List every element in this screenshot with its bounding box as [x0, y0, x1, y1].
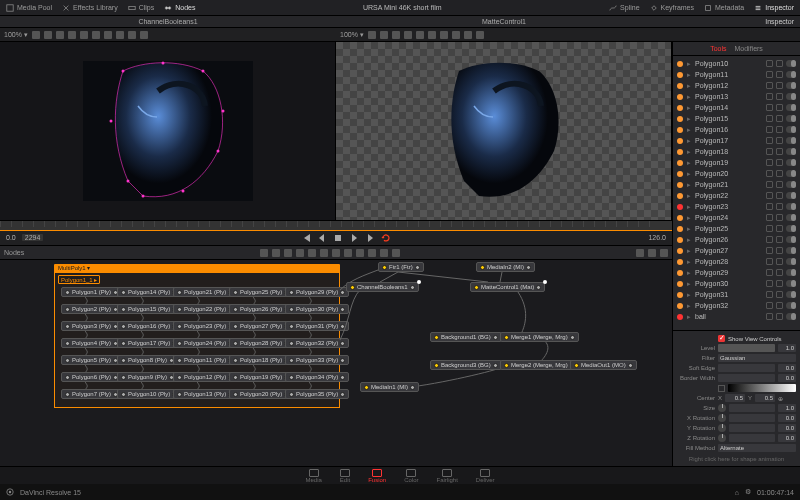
node-mi1[interactable]: MediaIn1 (MI)	[360, 382, 419, 392]
stop-icon[interactable]	[333, 233, 343, 243]
node-port[interactable]	[177, 341, 182, 346]
node-port[interactable]	[289, 392, 294, 397]
node-input-port[interactable]	[434, 363, 439, 368]
polygon-node[interactable]: Polygon19 (Ply)	[229, 372, 293, 382]
reset-icon[interactable]	[776, 280, 783, 287]
keyframe-toggle-icon[interactable]	[766, 269, 773, 276]
polygon-node[interactable]: Polygon1 (Ply)	[61, 287, 122, 297]
expand-icon[interactable]: ▸	[686, 82, 692, 90]
expand-icon[interactable]: ▸	[686, 192, 692, 200]
keyframe-toggle-icon[interactable]	[766, 214, 773, 221]
polygon-node[interactable]: Polygon35 (Ply)	[285, 389, 349, 399]
gear-icon[interactable]: ⚙	[745, 488, 751, 496]
enable-toggle[interactable]	[786, 291, 796, 298]
polygon-node[interactable]: Polygon16 (Ply)	[117, 321, 181, 331]
reset-icon[interactable]	[776, 159, 783, 166]
keyframe-toggle-icon[interactable]	[766, 291, 773, 298]
polygon-node[interactable]: Polygon4 (Ply)	[61, 338, 122, 348]
keyframe-toggle-icon[interactable]	[766, 170, 773, 177]
reset-icon[interactable]	[776, 225, 783, 232]
expand-icon[interactable]: ▸	[686, 313, 692, 321]
reset-icon[interactable]	[776, 192, 783, 199]
inspector-item[interactable]: ▸Polygon28	[673, 256, 800, 267]
node-tool-icon[interactable]	[344, 249, 352, 257]
polygon-node[interactable]: Polygon22 (Ply)	[173, 304, 237, 314]
viewer-tool-icon[interactable]	[476, 31, 484, 39]
polygon-node[interactable]: Polygon33 (Ply)	[285, 355, 349, 365]
enable-toggle[interactable]	[786, 137, 796, 144]
reset-icon[interactable]	[776, 291, 783, 298]
inspector-item[interactable]: ▸Polygon16	[673, 124, 800, 135]
node-port[interactable]	[340, 307, 345, 312]
node-output-port[interactable]	[493, 335, 498, 340]
node-input-port[interactable]	[574, 363, 579, 368]
reset-icon[interactable]	[776, 126, 783, 133]
node-tool-icon[interactable]	[648, 249, 656, 257]
node-output-port[interactable]	[410, 285, 415, 290]
viewer-tool-icon[interactable]	[368, 31, 376, 39]
node-tool-icon[interactable]	[356, 249, 364, 257]
inspector-tab-modifiers[interactable]: Modifiers	[734, 45, 762, 52]
node-port[interactable]	[65, 341, 70, 346]
enable-toggle[interactable]	[786, 192, 796, 199]
go-start-icon[interactable]	[301, 233, 311, 243]
expand-icon[interactable]: ▸	[686, 280, 692, 288]
polygon-node[interactable]: Polygon24 (Ply)	[173, 338, 237, 348]
node-port[interactable]	[340, 392, 345, 397]
node-tool-icon[interactable]	[636, 249, 644, 257]
node-port[interactable]	[340, 341, 345, 346]
node-port[interactable]	[177, 324, 182, 329]
node-port[interactable]	[340, 324, 345, 329]
inspector-item[interactable]: ▸Polygon13	[673, 91, 800, 102]
expand-icon[interactable]: ▸	[686, 181, 692, 189]
enable-toggle[interactable]	[786, 280, 796, 287]
tab-metadata[interactable]: Metadata	[704, 4, 744, 12]
expand-icon[interactable]: ▸	[686, 214, 692, 222]
polygon-node[interactable]: Polygon20 (Ply)	[229, 389, 293, 399]
node-mi2[interactable]: MediaIn2 (MI)	[476, 262, 535, 272]
reset-icon[interactable]	[776, 60, 783, 67]
viewer-tool-icon[interactable]	[80, 31, 88, 39]
expand-icon[interactable]: ▸	[686, 225, 692, 233]
keyframe-toggle-icon[interactable]	[766, 181, 773, 188]
keyframe-toggle-icon[interactable]	[766, 280, 773, 287]
keyframe-toggle-icon[interactable]	[766, 192, 773, 199]
expand-icon[interactable]: ▸	[686, 137, 692, 145]
node-port[interactable]	[340, 358, 345, 363]
polygon-node[interactable]: Polygon15 (Ply)	[117, 304, 181, 314]
enable-toggle[interactable]	[786, 71, 796, 78]
enable-toggle[interactable]	[786, 93, 796, 100]
y-rotation-dial[interactable]	[718, 424, 726, 432]
level-slider[interactable]	[718, 344, 775, 352]
node-port[interactable]	[65, 375, 70, 380]
node-cb[interactable]: ChannelBooleans1	[346, 282, 419, 292]
tab-media-pool[interactable]: Media Pool	[6, 4, 52, 12]
reset-icon[interactable]	[776, 269, 783, 276]
inspector-item[interactable]: ▸Polygon15	[673, 113, 800, 124]
expand-icon[interactable]: ▸	[686, 203, 692, 211]
polygon-node[interactable]: Polygon31 (Ply)	[285, 321, 349, 331]
reset-icon[interactable]	[776, 247, 783, 254]
keyframe-toggle-icon[interactable]	[766, 71, 773, 78]
inspector-item[interactable]: ▸Polygon20	[673, 168, 800, 179]
node-port[interactable]	[121, 358, 126, 363]
node-port[interactable]	[233, 392, 238, 397]
expand-icon[interactable]: ▸	[686, 258, 692, 266]
inspector-item[interactable]: ▸Polygon25	[673, 223, 800, 234]
polygon-node[interactable]: Polygon2 (Ply)	[61, 304, 122, 314]
node-port[interactable]	[121, 324, 126, 329]
inspector-item[interactable]: ▸Polygon30	[673, 278, 800, 289]
node-port[interactable]	[65, 358, 70, 363]
viewer-tool-icon[interactable]	[92, 31, 100, 39]
viewer-tool-icon[interactable]	[392, 31, 400, 39]
inspector-item[interactable]: ▸Polygon24	[673, 212, 800, 223]
keyframe-toggle-icon[interactable]	[766, 302, 773, 309]
polygon-node[interactable]: Polygon6 (Ply)	[61, 372, 122, 382]
inspector-item[interactable]: ▸Polygon31	[673, 289, 800, 300]
enable-toggle[interactable]	[786, 82, 796, 89]
color-swatch[interactable]	[718, 385, 725, 392]
viewer-tool-icon[interactable]	[128, 31, 136, 39]
soft-edge-slider[interactable]	[718, 364, 775, 372]
polygon-node[interactable]: Polygon28 (Ply)	[229, 338, 293, 348]
tab-effects-library[interactable]: Effects Library	[62, 4, 118, 12]
